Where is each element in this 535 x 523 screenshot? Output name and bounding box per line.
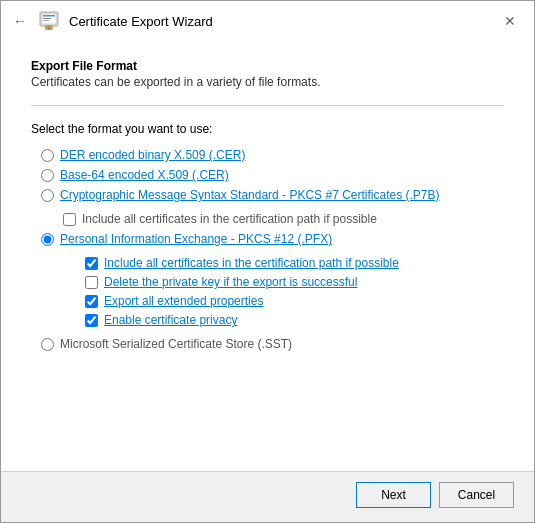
format-der-radio[interactable] (41, 149, 54, 162)
format-base64-option: Base-64 encoded X.509 (.CER) (41, 168, 504, 182)
pfx-delete-key-option: Delete the private key if the export is … (85, 275, 504, 289)
format-pkcs7-radio[interactable] (41, 189, 54, 202)
cancel-button[interactable]: Cancel (439, 482, 514, 508)
format-pkcs7-label[interactable]: Cryptographic Message Syntax Standard - … (60, 188, 440, 202)
svg-rect-3 (43, 18, 51, 19)
wizard-icon (37, 9, 61, 33)
divider (31, 105, 504, 106)
format-select-label: Select the format you want to use: (31, 122, 504, 136)
title-bar-left: ← Certificate Export Wizard (13, 9, 498, 33)
pfx-delete-key-label[interactable]: Delete the private key if the export is … (104, 275, 357, 289)
close-button[interactable]: ✕ (498, 9, 522, 33)
section-header: Export File Format Certificates can be e… (31, 59, 504, 89)
title-bar: ← Certificate Export Wizard ✕ (1, 1, 534, 39)
dialog-title: Certificate Export Wizard (69, 14, 213, 29)
pfx-suboptions: Include all certificates in the certific… (85, 256, 504, 327)
format-sst-radio[interactable] (41, 338, 54, 351)
format-pkcs7-option: Cryptographic Message Syntax Standard - … (41, 188, 504, 202)
dialog-footer: Next Cancel (1, 471, 534, 522)
svg-rect-7 (48, 29, 50, 31)
svg-rect-4 (43, 20, 49, 21)
back-button[interactable]: ← (13, 13, 27, 29)
pfx-include-all-label[interactable]: Include all certificates in the certific… (104, 256, 399, 270)
pkcs7-include-all-option: Include all certificates in the certific… (63, 212, 504, 226)
pfx-privacy-label[interactable]: Enable certificate privacy (104, 313, 237, 327)
format-sst-option: Microsoft Serialized Certificate Store (… (41, 337, 504, 351)
pfx-include-all-checkbox[interactable] (85, 257, 98, 270)
section-title: Export File Format (31, 59, 504, 73)
certificate-export-wizard-dialog: ← Certificate Export Wizard ✕ Export Fil… (0, 0, 535, 523)
format-pfx-radio[interactable] (41, 233, 54, 246)
format-base64-label[interactable]: Base-64 encoded X.509 (.CER) (60, 168, 229, 182)
format-der-option: DER encoded binary X.509 (.CER) (41, 148, 504, 162)
pfx-extended-checkbox[interactable] (85, 295, 98, 308)
next-button[interactable]: Next (356, 482, 431, 508)
format-pfx-option: Personal Information Exchange - PKCS #12… (41, 232, 504, 246)
pfx-privacy-option: Enable certificate privacy (85, 313, 504, 327)
dialog-content: Export File Format Certificates can be e… (1, 39, 534, 471)
pfx-extended-option: Export all extended properties (85, 294, 504, 308)
pfx-include-all-option: Include all certificates in the certific… (85, 256, 504, 270)
svg-point-6 (48, 26, 51, 29)
section-desc: Certificates can be exported in a variet… (31, 75, 504, 89)
pkcs7-include-all-label[interactable]: Include all certificates in the certific… (82, 212, 377, 226)
pkcs7-include-all-checkbox[interactable] (63, 213, 76, 226)
pfx-extended-label[interactable]: Export all extended properties (104, 294, 263, 308)
format-pfx-label[interactable]: Personal Information Exchange - PKCS #12… (60, 232, 332, 246)
pfx-privacy-checkbox[interactable] (85, 314, 98, 327)
pfx-delete-key-checkbox[interactable] (85, 276, 98, 289)
format-base64-radio[interactable] (41, 169, 54, 182)
format-options-list: DER encoded binary X.509 (.CER) Base-64 … (41, 148, 504, 351)
format-sst-label[interactable]: Microsoft Serialized Certificate Store (… (60, 337, 292, 351)
svg-rect-2 (43, 15, 55, 17)
pkcs7-suboptions: Include all certificates in the certific… (63, 212, 504, 226)
format-der-label[interactable]: DER encoded binary X.509 (.CER) (60, 148, 245, 162)
